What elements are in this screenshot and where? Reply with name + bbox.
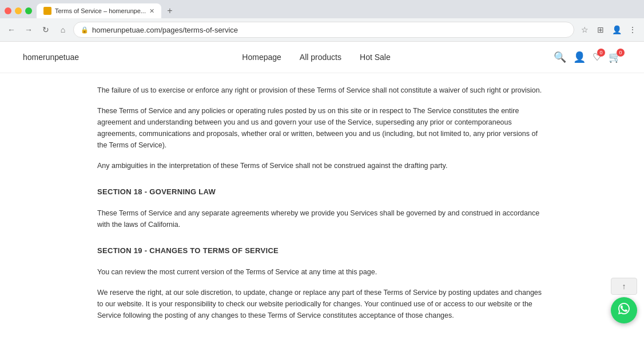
url-text: homerunpetuae.com/pages/terms-of-service [92, 26, 567, 34]
browser-actions: ☆ ⊞ 👤 ⋮ [578, 23, 639, 37]
header-icons: 🔍 👤 ♡ 0 🛒 0 [554, 51, 621, 63]
paragraph-3: Any ambiguities in the interpretation of… [97, 160, 547, 171]
section-19-paragraph-2: We reserve the right, at our sole discre… [97, 287, 547, 321]
window-minimize[interactable] [15, 7, 22, 14]
section-19-paragraph-1: You can review the most current version … [97, 266, 547, 278]
account-button[interactable]: 👤 [573, 51, 586, 63]
cart-badge: 0 [617, 49, 625, 57]
window-close[interactable] [5, 7, 11, 14]
wishlist-badge: 0 [597, 49, 605, 57]
tab-close-button[interactable]: ✕ [149, 7, 154, 15]
section-19-heading: SECTION 19 - CHANGES TO TERMS OF SERVICE [97, 246, 547, 255]
refresh-button[interactable]: ↻ [39, 23, 53, 37]
section-18-paragraph: These Terms of Service and any separate … [97, 207, 547, 230]
bookmark-button[interactable]: ☆ [578, 23, 591, 37]
menu-button[interactable]: ⋮ [626, 23, 639, 37]
back-button[interactable]: ← [5, 23, 18, 37]
nav-all-products[interactable]: All products [300, 53, 341, 62]
profile-button[interactable]: 👤 [610, 23, 623, 37]
page-content: The failure of us to exercise or enforce… [0, 73, 644, 344]
new-tab-button[interactable]: + [164, 5, 176, 17]
site-header: homerunpetuae Homepage All products Hot … [0, 42, 644, 73]
home-button[interactable]: ⌂ [56, 23, 70, 37]
section-18-heading: SECTION 18 - GOVERNING LAW [97, 187, 547, 196]
nav-hot-sale[interactable]: Hot Sale [360, 53, 391, 62]
tab-favicon [43, 7, 51, 15]
whatsapp-button[interactable] [611, 297, 637, 323]
site-nav: Homepage All products Hot Sale [242, 53, 390, 62]
address-bar[interactable]: 🔒 homerunpetuae.com/pages/terms-of-servi… [73, 22, 574, 38]
window-controls [5, 7, 32, 14]
paragraph-2: These Terms of Service and any policies … [97, 105, 547, 151]
whatsapp-icon [617, 302, 631, 319]
active-tab[interactable]: Terms of Service – homerunpe... ✕ [37, 3, 161, 18]
scroll-to-top-button[interactable]: ↑ [611, 278, 637, 295]
wishlist-button[interactable]: ♡ 0 [593, 51, 602, 63]
tab-bar: Terms of Service – homerunpe... ✕ + [0, 0, 644, 18]
window-maximize[interactable] [25, 7, 32, 14]
search-button[interactable]: 🔍 [554, 51, 566, 63]
tab-title: Terms of Service – homerunpe... [55, 7, 146, 14]
paragraph-1: The failure of us to exercise or enforce… [97, 85, 547, 96]
forward-button[interactable]: → [22, 23, 35, 37]
cart-button[interactable]: 🛒 0 [609, 51, 621, 63]
browser-chrome: Terms of Service – homerunpe... ✕ + ← → … [0, 0, 644, 42]
secure-icon: 🔒 [81, 26, 89, 34]
scroll-up-icon: ↑ [622, 282, 626, 291]
site-logo: homerunpetuae [23, 53, 79, 62]
address-bar-row: ← → ↻ ⌂ 🔒 homerunpetuae.com/pages/terms-… [0, 18, 644, 41]
nav-homepage[interactable]: Homepage [242, 53, 281, 62]
extensions-button[interactable]: ⊞ [594, 23, 607, 37]
